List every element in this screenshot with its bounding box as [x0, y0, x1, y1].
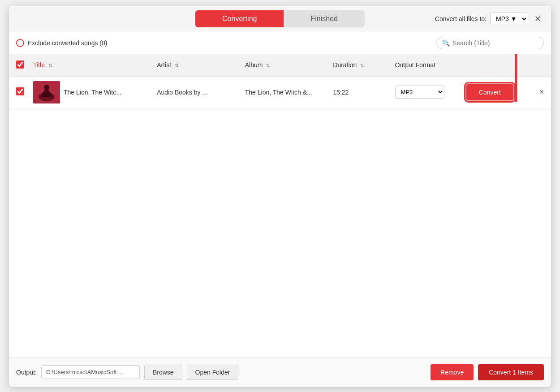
convert-all-label: Convert all files to: [435, 15, 487, 22]
search-box: 🔍 [436, 37, 544, 49]
thumb-art [33, 81, 60, 103]
title-bar-right: Convert all files to: MP3 ▼ AAC FLAC WAV… [435, 13, 544, 25]
tab-converting[interactable]: Converting [195, 10, 284, 27]
exclude-text: Exclude converted songs (0) [28, 39, 107, 47]
col-artist[interactable]: Artist ⇅ [152, 54, 241, 77]
row-artist: Audio Books by ... [157, 89, 207, 96]
col-duration[interactable]: Duration ⇅ [328, 54, 390, 77]
col-delete [533, 54, 551, 77]
svg-point-3 [44, 85, 49, 90]
search-input[interactable] [452, 39, 538, 47]
table-area: Title ⇅ Artist ⇅ Album ⇅ Duration ⇅ [9, 54, 551, 358]
output-label: Output: [16, 369, 37, 376]
exclude-circle-icon [16, 39, 24, 47]
format-select-wrapper: MP3 ▼ AAC FLAC WAV M4A [490, 13, 528, 25]
browse-button[interactable]: Browse [144, 365, 182, 380]
output-path-input[interactable] [41, 365, 140, 379]
col-checkbox [9, 54, 29, 77]
row-title-cell: The Lion, The Witc... [29, 76, 152, 108]
row-format-select[interactable]: MP3 AAC FLAC WAV [395, 86, 444, 99]
row-artist-cell: Audio Books by ... [152, 76, 241, 108]
search-icon: 🔍 [442, 39, 450, 47]
row-title: The Lion, The Witc... [64, 89, 121, 96]
col-album[interactable]: Album ⇅ [241, 54, 329, 77]
album-sort-icon: ⇅ [266, 63, 270, 68]
row-delete-button[interactable]: × [538, 87, 546, 97]
exclude-label[interactable]: Exclude converted songs (0) [16, 39, 107, 47]
table-header-row: Title ⇅ Artist ⇅ Album ⇅ Duration ⇅ [9, 54, 551, 77]
row-checkbox[interactable] [16, 87, 24, 95]
title-cell: The Lion, The Witc... [33, 81, 148, 103]
col-duration-label: Duration [333, 61, 357, 69]
row-album-cell: The Lion, The Witch &... [241, 76, 329, 108]
convert-items-button[interactable]: Convert 1 Items [478, 364, 544, 380]
remove-button[interactable]: Remove [431, 364, 474, 380]
row-checkbox-cell [9, 76, 29, 108]
col-output-label: Output Format [395, 61, 435, 69]
row-duration: 15:22 [333, 89, 349, 96]
row-duration-cell: 15:22 [328, 76, 390, 108]
col-title-label: Title [33, 61, 45, 69]
open-folder-button[interactable]: Open Folder [187, 365, 239, 380]
table-row: The Lion, The Witc... Audio Books by ...… [9, 76, 551, 108]
tab-finished[interactable]: Finished [284, 10, 364, 27]
col-artist-label: Artist [157, 61, 171, 69]
header-checkbox[interactable] [16, 60, 24, 69]
row-format-cell: MP3 AAC FLAC WAV [391, 76, 462, 108]
songs-table: Title ⇅ Artist ⇅ Album ⇅ Duration ⇅ [9, 54, 551, 108]
col-output-format: Output Format [391, 54, 462, 77]
album-thumbnail [33, 81, 60, 103]
red-arrow-annotation [485, 54, 530, 111]
title-sort-icon: ⇅ [48, 63, 52, 68]
col-album-label: Album [245, 61, 263, 69]
row-album: The Lion, The Witch &... [245, 89, 312, 96]
format-select[interactable]: MP3 ▼ AAC FLAC WAV M4A [490, 13, 528, 25]
artist-sort-icon: ⇅ [175, 63, 179, 68]
tab-group: Converting Finished [195, 10, 365, 27]
main-window: Converting Finished Convert all files to… [9, 6, 551, 387]
col-title[interactable]: Title ⇅ [29, 54, 152, 77]
duration-sort-icon: ⇅ [360, 63, 364, 68]
bottom-bar: Output: Browse Open Folder Remove Conver… [9, 358, 551, 387]
toolbar-row: Exclude converted songs (0) 🔍 [9, 32, 551, 54]
close-button[interactable]: ✕ [532, 14, 544, 24]
row-delete-cell: × [533, 76, 551, 108]
title-bar: Converting Finished Convert all files to… [9, 6, 551, 32]
